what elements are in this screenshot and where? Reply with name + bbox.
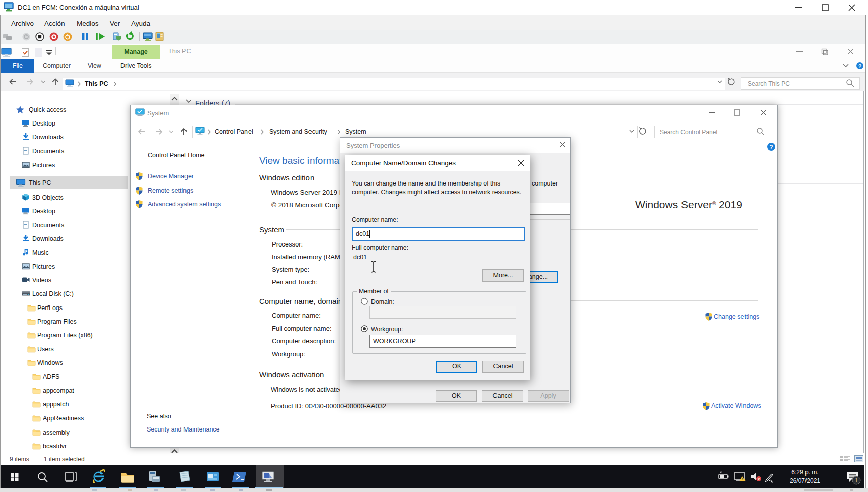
- svg-text:appcompat: appcompat: [43, 387, 74, 394]
- svg-text:Quick access: Quick access: [29, 106, 66, 113]
- svg-text:apppatch: apppatch: [43, 401, 69, 408]
- svg-text:?: ?: [769, 144, 773, 151]
- svg-text:Downloads: Downloads: [32, 235, 64, 242]
- svg-text:ADFS: ADFS: [43, 373, 59, 380]
- svg-text:Documents: Documents: [32, 222, 64, 229]
- svg-text:3D Objects: 3D Objects: [32, 194, 64, 201]
- svg-text:assembly: assembly: [43, 429, 70, 436]
- svg-text:Music: Music: [32, 249, 49, 256]
- svg-text:Windows: Windows: [37, 359, 63, 366]
- svg-text:Documents: Documents: [32, 148, 64, 155]
- svg-text:1: 1: [855, 477, 858, 483]
- svg-text:This PC: This PC: [29, 179, 51, 187]
- svg-text:AppReadiness: AppReadiness: [43, 415, 84, 422]
- svg-text:Local Disk (C:): Local Disk (C:): [32, 290, 74, 297]
- svg-text:!: !: [742, 477, 743, 481]
- svg-text:bcastdvr: bcastdvr: [43, 443, 67, 450]
- svg-text:Desktop: Desktop: [32, 120, 55, 127]
- svg-text:Desktop: Desktop: [32, 208, 55, 215]
- svg-text:Users: Users: [37, 346, 54, 353]
- svg-text:PerfLogs: PerfLogs: [37, 304, 63, 312]
- svg-text:Program Files (x86): Program Files (x86): [37, 332, 93, 339]
- svg-text:Downloads: Downloads: [32, 134, 64, 141]
- svg-text:Videos: Videos: [32, 277, 51, 284]
- svg-text:Pictures: Pictures: [32, 263, 55, 270]
- svg-text:Program Files: Program Files: [37, 318, 77, 325]
- svg-text:?: ?: [858, 63, 862, 69]
- svg-text:Pictures: Pictures: [32, 162, 55, 169]
